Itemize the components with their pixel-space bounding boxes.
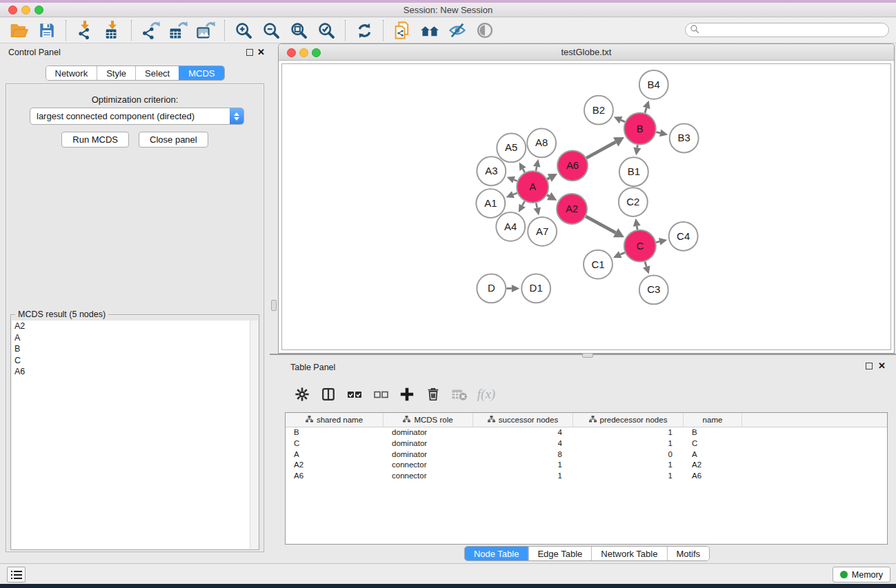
- close-panel-button[interactable]: Close panel: [139, 132, 208, 148]
- table-cell[interactable]: 4: [473, 438, 573, 449]
- graph-edge-A-A6[interactable]: [547, 178, 549, 179]
- tab-select[interactable]: Select: [135, 66, 179, 80]
- network-canvas[interactable]: B4B2BB3B1A5A8A3A6AA1C2A2A4A7CC4C1C3DD1: [281, 63, 891, 350]
- network-window-titlebar[interactable]: testGlobe.txt: [279, 44, 894, 61]
- table-cell[interactable]: 1: [573, 438, 684, 449]
- tab-style[interactable]: Style: [97, 66, 135, 80]
- search-input[interactable]: [699, 25, 888, 36]
- table-row[interactable]: Bdominator41B: [286, 427, 887, 438]
- save-session-icon[interactable]: [33, 19, 61, 42]
- table-cell[interactable]: A2: [684, 460, 742, 471]
- memory-button[interactable]: Memory: [833, 567, 890, 582]
- graph-edge-A6-B[interactable]: [586, 142, 616, 158]
- close-panel-icon[interactable]: ✕: [257, 47, 265, 57]
- mcds-result-item[interactable]: B: [12, 343, 250, 355]
- graph-edge-A-A4[interactable]: [522, 201, 524, 205]
- table-cell[interactable]: 8: [473, 449, 573, 460]
- result-list-scrollbar[interactable]: [250, 321, 258, 549]
- float-table-panel-icon[interactable]: [866, 363, 873, 369]
- table-cell[interactable]: 1: [573, 460, 684, 471]
- hide-panels-icon[interactable]: [444, 19, 471, 42]
- add-column-icon[interactable]: [395, 383, 419, 405]
- column-header-successor-nodes[interactable]: successor nodes: [473, 413, 573, 427]
- import-table-icon[interactable]: [99, 19, 126, 42]
- open-session-icon[interactable]: [6, 19, 33, 42]
- zoom-out-icon[interactable]: [257, 19, 285, 42]
- table-cell[interactable]: connector: [384, 460, 473, 471]
- export-network-icon[interactable]: [137, 19, 164, 42]
- graph-edge-C-C2[interactable]: [637, 226, 637, 230]
- close-table-panel-icon[interactable]: ✕: [878, 361, 886, 371]
- run-mcds-button[interactable]: Run MCDS: [61, 132, 129, 148]
- task-history-button[interactable]: [7, 567, 26, 582]
- criterion-select[interactable]: largest connected component (directed): [30, 108, 244, 125]
- graph-edge-A-A2[interactable]: [547, 195, 549, 196]
- zoom-selected-icon[interactable]: [312, 19, 340, 42]
- graph-edge-A-A7[interactable]: [536, 203, 537, 207]
- table-cell[interactable]: 0: [573, 449, 684, 460]
- select-all-rows-icon[interactable]: [343, 383, 366, 405]
- table-settings-icon[interactable]: [290, 383, 314, 405]
- mcds-result-list[interactable]: A2ABCA6: [12, 321, 250, 549]
- graph-edge-B-B4[interactable]: [645, 108, 646, 113]
- show-eye-icon[interactable]: [471, 19, 499, 42]
- table-cell[interactable]: 1: [473, 471, 573, 482]
- zoom-fit-icon[interactable]: [285, 19, 312, 42]
- graph-edge-A-A5[interactable]: [523, 169, 525, 172]
- table-cell[interactable]: 1: [473, 460, 573, 471]
- table-cell[interactable]: A: [684, 449, 742, 460]
- delete-column-icon[interactable]: [421, 383, 445, 405]
- graph-edge-A-A8[interactable]: [536, 167, 537, 171]
- graph-edge-B-B2[interactable]: [621, 120, 625, 122]
- float-panel-icon[interactable]: [246, 49, 253, 56]
- home-icon[interactable]: [416, 19, 444, 42]
- tab-node-table[interactable]: Node Table: [465, 547, 528, 560]
- table-cell[interactable]: 1: [573, 427, 684, 438]
- function-builder-icon[interactable]: f(x): [474, 383, 497, 405]
- graph-edge-A2-C[interactable]: [586, 216, 615, 233]
- splitter-grip-horizontal[interactable]: [582, 353, 593, 358]
- delete-table-icon[interactable]: [448, 383, 471, 405]
- table-row[interactable]: Cdominator41C: [286, 438, 887, 449]
- export-table-icon[interactable]: [164, 19, 192, 42]
- search-box[interactable]: [685, 23, 889, 37]
- graph-edge-B-B1[interactable]: [637, 145, 638, 148]
- node-table[interactable]: shared nameMCDS rolesuccessor nodesprede…: [285, 412, 888, 545]
- table-cell[interactable]: dominator: [384, 427, 473, 438]
- mcds-result-item[interactable]: A2: [12, 321, 250, 332]
- mcds-result-item[interactable]: A: [12, 332, 250, 344]
- table-cell[interactable]: B: [684, 427, 742, 438]
- table-cell[interactable]: A6: [286, 471, 384, 482]
- tab-edge-table[interactable]: Edge Table: [528, 547, 591, 560]
- graph-edge-B-B3[interactable]: [656, 132, 660, 133]
- mcds-result-item[interactable]: C: [12, 355, 250, 367]
- column-header-name[interactable]: name: [684, 413, 742, 427]
- table-cell[interactable]: 4: [473, 427, 573, 438]
- table-row[interactable]: A6connector11A6: [286, 471, 887, 482]
- zoom-in-icon[interactable]: [230, 19, 257, 42]
- table-cell[interactable]: dominator: [384, 449, 473, 460]
- graph-edge-C-C3[interactable]: [645, 262, 646, 267]
- table-cell[interactable]: A6: [684, 471, 742, 482]
- graph-edge-C-C4[interactable]: [656, 241, 659, 242]
- table-cell[interactable]: connector: [384, 471, 473, 482]
- column-header-MCDS-role[interactable]: MCDS role: [384, 413, 473, 427]
- graph-edge-A-A1[interactable]: [513, 193, 517, 194]
- table-row[interactable]: A2connector11A2: [286, 460, 887, 471]
- splitter-grip[interactable]: [271, 300, 277, 311]
- column-visibility-icon[interactable]: [317, 383, 340, 405]
- refresh-layout-icon[interactable]: [350, 19, 378, 42]
- deselect-all-rows-icon[interactable]: [369, 383, 392, 405]
- table-cell[interactable]: B: [286, 427, 384, 438]
- table-cell[interactable]: A2: [286, 460, 384, 471]
- tab-network[interactable]: Network: [46, 66, 97, 80]
- duplicate-network-icon[interactable]: [388, 19, 416, 42]
- table-row[interactable]: Adominator80A: [286, 449, 887, 460]
- table-cell[interactable]: 1: [573, 471, 684, 482]
- vertical-splitter[interactable]: [270, 43, 278, 354]
- import-network-icon[interactable]: [71, 19, 99, 42]
- mcds-result-item[interactable]: A6: [12, 366, 250, 378]
- column-header-predecessor-nodes[interactable]: predecessor nodes: [573, 413, 684, 427]
- tab-mcds[interactable]: MCDS: [179, 66, 223, 80]
- tab-network-table[interactable]: Network Table: [591, 547, 666, 560]
